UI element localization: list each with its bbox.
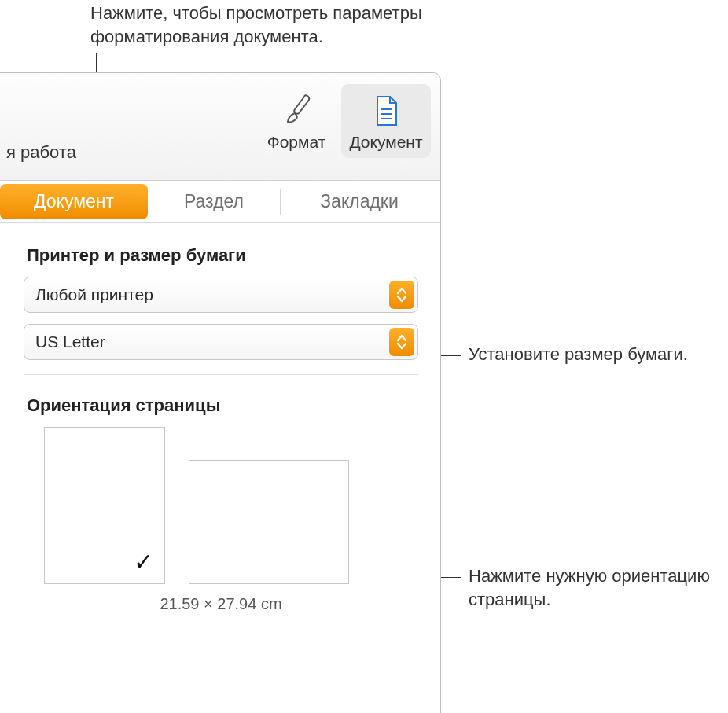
format-button[interactable]: Формат	[252, 84, 341, 158]
tab-document-label: Документ	[34, 191, 114, 212]
document-icon	[370, 94, 402, 128]
checkmark-icon: ✓	[134, 548, 153, 575]
printer-popup-value: Любой принтер	[35, 285, 153, 304]
orientation-section-title: Ориентация страницы	[27, 395, 418, 416]
tab-document[interactable]: Документ	[0, 184, 148, 219]
callout-paper-size: Установите размер бумаги.	[469, 343, 720, 366]
paper-size-popup-value: US Letter	[35, 333, 105, 351]
orientation-landscape[interactable]	[189, 460, 349, 584]
printer-section-title: Принтер и размер бумаги	[27, 245, 418, 266]
callout-orientation: Нажмите нужную ориентацию страницы.	[469, 564, 728, 611]
tab-bookmarks-label: Закладки	[320, 191, 399, 212]
toolbar-left-fragment: я работа	[6, 142, 76, 163]
updown-icon	[389, 281, 414, 309]
updown-icon	[389, 328, 414, 356]
orientation-row: ✓	[24, 427, 418, 584]
format-button-label: Формат	[252, 133, 341, 158]
paper-size-popup[interactable]: US Letter	[24, 324, 418, 360]
printer-popup[interactable]: Любой принтер	[24, 277, 418, 313]
document-button[interactable]: Документ	[341, 84, 431, 158]
paintbrush-icon	[281, 94, 312, 128]
tab-bookmarks[interactable]: Закладки	[281, 181, 438, 222]
callout-top: Нажмите, чтобы просмотреть параметры фор…	[90, 2, 499, 48]
page-dimensions: 21.59 × 27.94 cm	[24, 595, 418, 613]
inspector-tabs: Документ Раздел Закладки	[0, 181, 440, 223]
tab-section-label: Раздел	[184, 191, 244, 212]
orientation-portrait[interactable]: ✓	[44, 427, 165, 584]
app-window: я работа Формат	[0, 72, 441, 713]
toolbar: я работа Формат	[0, 73, 440, 181]
document-button-label: Документ	[341, 133, 431, 158]
panel-body: Принтер и размер бумаги Любой принтер US…	[0, 223, 440, 613]
section-divider	[24, 374, 418, 375]
tab-section[interactable]: Раздел	[148, 181, 280, 222]
